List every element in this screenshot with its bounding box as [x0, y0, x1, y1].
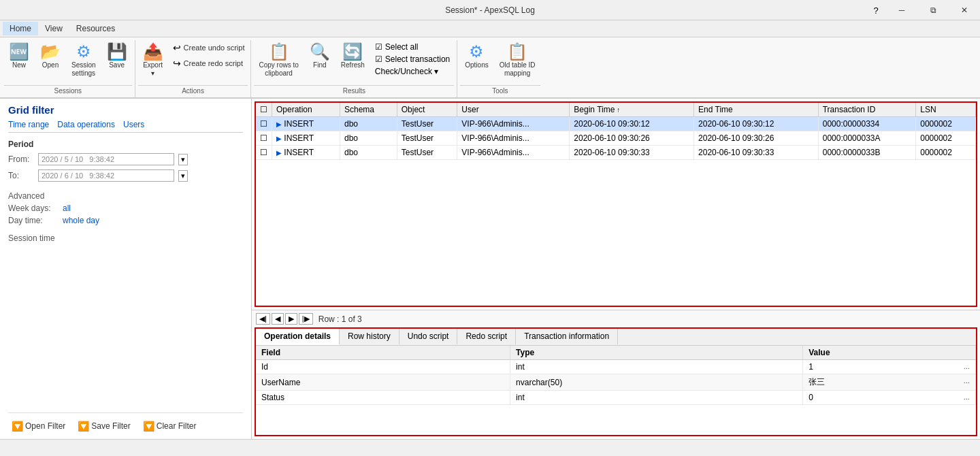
table-body: ☐ ▶ INSERT dbo TestUser VIP-966\Adminis.…	[256, 117, 976, 160]
row-expand-icon[interactable]: ▶	[276, 149, 282, 157]
export-icon: 📤	[143, 44, 163, 60]
main-layout: Grid filter Time range Data operations U…	[0, 99, 980, 439]
details-value: 0...	[803, 391, 976, 405]
last-page-button[interactable]: |▶	[299, 313, 313, 325]
col-transaction-id[interactable]: Transaction ID	[818, 103, 916, 117]
details-row: UserName nvarchar(50) 张三...	[256, 374, 976, 391]
tab-row-history[interactable]: Row history	[340, 329, 399, 345]
col-end-time[interactable]: End Time	[694, 103, 819, 117]
open-filter-button[interactable]: 🔽 Open Filter	[8, 419, 69, 434]
select-transaction-icon: ☑	[375, 54, 382, 64]
save-button[interactable]: 💾 Save	[102, 40, 132, 73]
menu-home[interactable]: Home	[3, 22, 38, 35]
details-field: Status	[256, 391, 510, 405]
details-body: Id int 1... UserName nvarchar(50) 张三... …	[256, 360, 976, 405]
tab-users[interactable]: Users	[123, 120, 144, 129]
col-object[interactable]: Object	[397, 103, 457, 117]
ellipsis-button[interactable]: ...	[964, 376, 970, 385]
ellipsis-button[interactable]: ...	[964, 393, 970, 401]
details-table: Field Type Value Id int 1... UserName nv…	[256, 346, 976, 405]
status-bar	[0, 439, 980, 453]
export-button[interactable]: 📤 Export▾	[138, 40, 168, 81]
from-input[interactable]	[38, 153, 174, 165]
week-days-link[interactable]: all	[63, 203, 71, 213]
table-row[interactable]: ☐ ▶ INSERT dbo TestUser VIP-966\Adminis.…	[256, 131, 976, 146]
row-expand-icon[interactable]: ▶	[276, 135, 282, 142]
row-check[interactable]: ☐	[256, 131, 272, 146]
minimize-button[interactable]: ─	[886, 0, 917, 20]
tab-time-range[interactable]: Time range	[8, 120, 49, 129]
row-user: VIP-966\Adminis...	[457, 146, 570, 160]
to-input[interactable]	[38, 169, 174, 182]
create-redo-button[interactable]: ↪ Create redo script	[169, 56, 248, 71]
ellipsis-button[interactable]: ...	[964, 362, 970, 370]
copy-rows-button[interactable]: 📋 Copy rows toclipboard	[254, 40, 303, 81]
save-filter-button[interactable]: 🔽 Save Filter	[74, 419, 133, 434]
col-user[interactable]: User	[457, 103, 570, 117]
tab-transaction-info[interactable]: Transaction information	[516, 329, 618, 345]
col-schema[interactable]: Schema	[340, 103, 397, 117]
refresh-label: Refresh	[341, 61, 365, 69]
row-end-time: 2020-06-10 09:30:12	[694, 117, 819, 131]
prev-page-button[interactable]: ◀	[272, 313, 284, 325]
from-label: From:	[8, 154, 34, 164]
find-label: Find	[313, 61, 326, 69]
row-begin-time: 2020-06-10 09:30:33	[570, 146, 694, 160]
ribbon: 🆕 New 📂 Open ⚙ Sessionsettings 💾 Save Se…	[0, 37, 980, 99]
data-table-container[interactable]: ☐ Operation Schema Object User Begin Tim…	[255, 101, 977, 307]
table-row[interactable]: ☐ ▶ INSERT dbo TestUser VIP-966\Adminis.…	[256, 146, 976, 160]
help-button[interactable]: ?	[866, 0, 886, 20]
table-header-row: ☐ Operation Schema Object User Begin Tim…	[256, 103, 976, 117]
check-uncheck-button[interactable]: Check/Uncheck ▾	[374, 66, 451, 77]
select-all-button[interactable]: ☑ Select all	[374, 42, 451, 52]
table-row[interactable]: ☐ ▶ INSERT dbo TestUser VIP-966\Adminis.…	[256, 117, 976, 131]
old-table-id-button[interactable]: 📋 Old table IDmapping	[495, 40, 540, 81]
options-button[interactable]: ⚙ Options	[460, 40, 493, 73]
sessions-group-label: Sessions	[4, 85, 132, 97]
row-lsn: 0000002	[916, 117, 976, 131]
row-expand-icon[interactable]: ▶	[276, 120, 282, 128]
day-time-link[interactable]: whole day	[63, 216, 99, 225]
row-begin-time: 2020-06-10 09:30:12	[570, 117, 694, 131]
open-button[interactable]: 📂 Open	[35, 40, 65, 73]
content-area: ☐ Operation Schema Object User Begin Tim…	[252, 99, 980, 439]
first-page-button[interactable]: ◀|	[256, 313, 270, 325]
details-type: int	[510, 391, 803, 405]
col-begin-time[interactable]: Begin Time	[570, 103, 694, 117]
tab-data-operations[interactable]: Data operations	[57, 120, 115, 129]
week-days-row: Week days: all	[8, 203, 243, 213]
day-time-label: Day time:	[8, 216, 63, 225]
row-schema: dbo	[340, 131, 397, 146]
sidebar: Grid filter Time range Data operations U…	[0, 99, 252, 439]
menu-view[interactable]: View	[38, 22, 69, 35]
new-button[interactable]: 🆕 New	[4, 40, 34, 73]
tab-undo-script[interactable]: Undo script	[399, 329, 458, 345]
close-button[interactable]: ✕	[949, 0, 980, 20]
tab-operation-details[interactable]: Operation details	[256, 329, 340, 345]
row-object: TestUser	[397, 146, 457, 160]
row-check[interactable]: ☐	[256, 117, 272, 131]
menu-resources[interactable]: Resources	[69, 22, 122, 35]
export-label: Export▾	[143, 61, 163, 78]
col-lsn[interactable]: LSN	[916, 103, 976, 117]
refresh-button[interactable]: 🔄 Refresh	[336, 40, 370, 73]
create-undo-button[interactable]: ↩ Create undo script	[169, 40, 248, 55]
filter-bar: 🔽 Open Filter 🔽 Save Filter 🔽 Clear Filt…	[8, 412, 243, 434]
options-label: Options	[465, 61, 488, 69]
tab-redo-script[interactable]: Redo script	[457, 329, 516, 345]
results-buttons: 📋 Copy rows toclipboard 🔍 Find 🔄 Refresh…	[254, 40, 454, 84]
row-check[interactable]: ☐	[256, 146, 272, 160]
details-row: Id int 1...	[256, 360, 976, 374]
to-dropdown[interactable]: ▾	[178, 170, 188, 182]
row-transaction-id: 0000:0000033A	[818, 131, 916, 146]
next-page-button[interactable]: ▶	[285, 313, 297, 325]
col-check[interactable]: ☐	[256, 103, 272, 117]
session-settings-button[interactable]: ⚙ Sessionsettings	[67, 40, 101, 81]
select-transaction-button[interactable]: ☑ Select transaction	[374, 54, 451, 65]
restore-button[interactable]: ⧉	[917, 0, 949, 20]
find-button[interactable]: 🔍 Find	[305, 40, 335, 73]
row-operation: ▶ INSERT	[272, 131, 340, 146]
clear-filter-button[interactable]: 🔽 Clear Filter	[140, 419, 200, 434]
col-operation[interactable]: Operation	[272, 103, 340, 117]
from-dropdown[interactable]: ▾	[178, 154, 188, 165]
